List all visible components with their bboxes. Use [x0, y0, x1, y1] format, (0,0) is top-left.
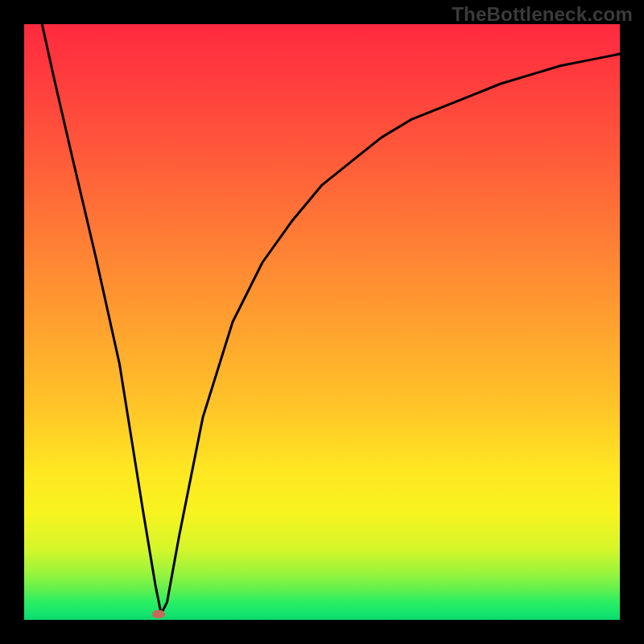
bottleneck-curve	[24, 24, 620, 620]
minimum-marker	[152, 610, 165, 618]
plot-area	[24, 24, 620, 620]
watermark-text: TheBottleneck.com	[452, 3, 633, 26]
chart-stage: TheBottleneck.com	[0, 0, 644, 644]
